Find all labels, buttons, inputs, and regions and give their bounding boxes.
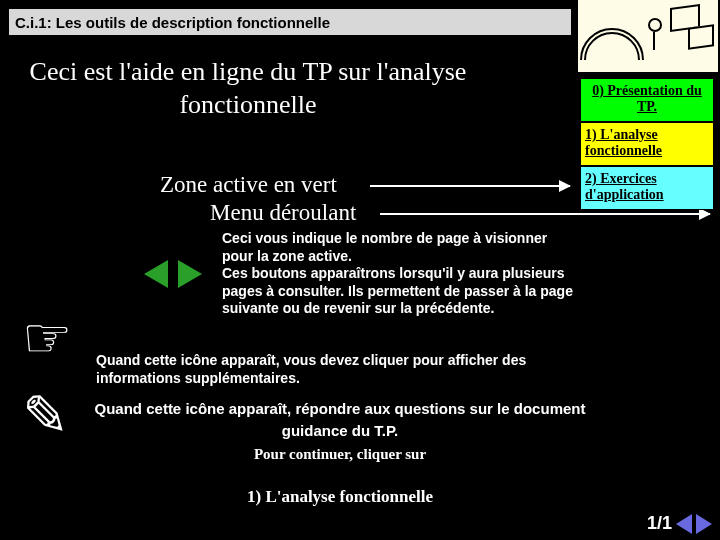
continue-target-link[interactable]: 1) L'analyse fonctionnelle: [60, 485, 620, 510]
sidebar-item-analyse[interactable]: 1) L'analyse fonctionnelle: [580, 122, 714, 166]
pages-hint-text: Ceci vous indique le nombre de page à vi…: [222, 230, 580, 318]
pointing-hand-icon: ☞: [22, 310, 72, 366]
sidebar-item-presentation[interactable]: 0) Présentation du TP.: [580, 78, 714, 122]
sidebar: 0) Présentation du TP. 1) L'analyse fonc…: [580, 78, 714, 210]
page-count: 1/1: [647, 513, 672, 534]
continue-hint: Pour continuer, cliquer sur: [60, 444, 620, 466]
hand-hint-text: Quand cette icône apparaît, vous devez c…: [96, 352, 576, 387]
next-page-icon[interactable]: [696, 514, 712, 534]
title-bar: C.i.1: Les outils de description fonctio…: [8, 8, 572, 36]
page-title: C.i.1: Les outils de description fonctio…: [15, 14, 330, 31]
prev-page-icon[interactable]: [676, 514, 692, 534]
arrow-icon: [370, 185, 570, 187]
corner-illustration: [578, 0, 718, 72]
page-indicator: 1/1: [647, 513, 712, 534]
footer-instructions: Quand cette icône apparaît, répondre aux…: [60, 398, 620, 510]
dropdown-label: Menu déroulant: [210, 200, 356, 226]
active-zone-label: Zone active en vert: [160, 172, 337, 198]
intro-text: Ceci est l'aide en ligne du TP sur l'ana…: [28, 56, 468, 121]
triangle-left-icon[interactable]: [144, 260, 168, 288]
arrow-icon: [380, 213, 710, 215]
triangle-right-icon[interactable]: [178, 260, 202, 288]
page-nav-arrows: [144, 260, 202, 288]
pencil-hint-text: Quand cette icône apparaît, répondre aux…: [95, 400, 586, 439]
sidebar-item-exercices[interactable]: 2) Exercices d'application: [580, 166, 714, 210]
